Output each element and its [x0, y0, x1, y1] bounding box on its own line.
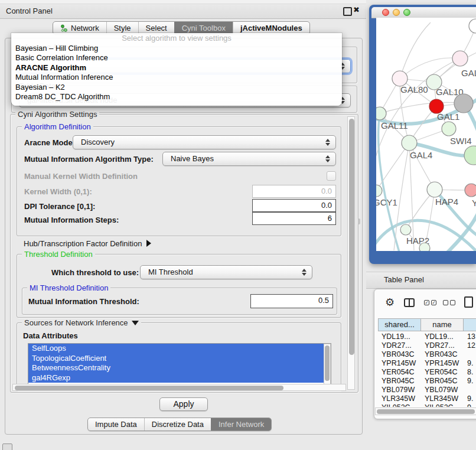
tab-cyni-toolbox[interactable]: Cyni Toolbox [174, 22, 233, 34]
network-node-y[interactable] [465, 184, 476, 197]
which-threshold-combobox[interactable]: MI Threshold [140, 265, 312, 279]
algorithm-option[interactable]: Bayesian – Hill Climbing [11, 44, 342, 53]
table-cell: YDR27... [425, 341, 455, 350]
network-node[interactable] [419, 243, 430, 251]
network-node-hap4[interactable] [427, 182, 442, 197]
data-attribute-item[interactable]: SelfLoops [28, 344, 331, 354]
table-row[interactable]: YPR145WYPR145W9. [378, 359, 476, 368]
algorithm-definition-title: Algorithm Definition [22, 122, 93, 131]
network-node-label[interactable]: Y [472, 198, 476, 208]
mi-algorithm-type-value: Naive Bayes [171, 154, 214, 163]
table-cell: YER054C [382, 368, 415, 377]
data-attribute-item[interactable]: BetweennessCentrality [28, 363, 331, 373]
network-node-label[interactable]: HAP4 [435, 197, 458, 207]
network-node-label[interactable]: GAL11 [381, 120, 408, 131]
network-canvas[interactable]: GALGAL80GAL10GAL1SWI4GAL11GAL4HAP4YGCY1H… [376, 18, 476, 251]
network-node-swi4[interactable] [442, 122, 456, 136]
which-threshold-value: MI Threshold [148, 268, 193, 276]
tab-select[interactable]: Select [138, 22, 174, 34]
tab-network[interactable]: Network [53, 22, 106, 34]
zoom-traffic-light-icon[interactable] [403, 9, 410, 16]
network-node-label[interactable]: SWI4 [450, 136, 472, 146]
network-node-label[interactable]: GAL4 [410, 150, 432, 160]
data-attributes-list[interactable]: SelfLoopsTopologicalCoefficientBetweenne… [28, 343, 331, 386]
kernel-width-field[interactable]: 0.0 [252, 185, 336, 198]
network-node-gcy1[interactable] [376, 185, 382, 197]
close-traffic-light-icon[interactable] [382, 9, 389, 16]
table-row[interactable]: YLR345WYLR345W9. [378, 394, 476, 403]
tab-infer-network[interactable]: Infer Network [211, 418, 271, 431]
aracne-mode-combobox[interactable]: Discovery [73, 135, 336, 149]
panel-divider-handle[interactable] [358, 219, 360, 224]
network-node-gal11[interactable] [376, 107, 386, 120]
algorithm-option[interactable]: Dream8 DC_TDC Algorithm [11, 92, 342, 102]
table-cell: YLR345W [425, 394, 458, 403]
mi-algorithm-type-combobox[interactable]: Naive Bayes [162, 152, 336, 166]
threshold-definition-title: Threshold Definition [22, 250, 95, 259]
table-hscrollbar[interactable] [375, 407, 476, 415]
tab-label: Discretize Data [152, 418, 204, 431]
split-view-icon[interactable] [404, 298, 415, 307]
table-row[interactable]: YBR045CYBR045C9. [378, 377, 476, 386]
network-node-label[interactable]: GAL1 [437, 112, 459, 122]
column-header-shared...[interactable]: shared... [378, 318, 421, 331]
close-icon[interactable]: ✖ [353, 5, 360, 14]
network-node[interactable] [454, 94, 473, 113]
table-row[interactable]: YBL079WYBL079W [378, 386, 476, 394]
table-cell: YIL052C [382, 403, 410, 407]
table-cell: YPR145W [425, 359, 459, 368]
sources-group-label: Sources for Network Inference [24, 318, 128, 327]
mi-steps-field[interactable]: 6 [252, 212, 336, 225]
table-row[interactable]: YDL19...YDL19...13 [378, 332, 476, 341]
table-panel-window: ⚙ ✓✓ shared...name YDL19...YDL19...13YDR… [374, 289, 476, 419]
data-attribute-item[interactable]: TopologicalCoefficient [28, 354, 331, 364]
tab-jactivemnodules[interactable]: jActiveMNodules [233, 22, 309, 34]
dpi-tolerance-field[interactable]: 0.0 [252, 199, 336, 212]
attributes-list-vscrollbar[interactable] [324, 344, 331, 385]
network-node-gal4[interactable] [402, 135, 417, 151]
algorithm-option[interactable]: Mutual Information Inference [11, 73, 342, 82]
tab-label: jActiveMNodules [240, 22, 302, 34]
network-node-label[interactable]: GAL [461, 68, 476, 78]
settings-hscrollbar[interactable] [12, 384, 346, 391]
algorithm-option[interactable]: Bayesian – K2 [11, 83, 342, 92]
network-node-label[interactable]: GCY1 [376, 197, 397, 207]
dpi-tolerance-label: DPI Tolerance [0,1]: [24, 202, 95, 211]
control-panel-titlebar [0, 4, 366, 19]
algorithm-definition-group: Algorithm Definition Aracne Mode: Discov… [17, 126, 341, 236]
manual-kernel-width-checkbox[interactable] [327, 171, 336, 181]
network-node-hap2[interactable] [400, 224, 411, 235]
settings-vscrollbar[interactable] [347, 116, 355, 390]
select-all-checkboxes-icon[interactable]: ✓✓ [424, 300, 439, 307]
new-table-icon[interactable] [464, 296, 473, 308]
sources-group-title[interactable]: Sources for Network Inference [22, 318, 141, 327]
network-node[interactable] [469, 19, 476, 33]
corner-widget-icon[interactable] [2, 444, 12, 450]
gear-icon[interactable]: ⚙ [385, 297, 395, 308]
table-panel-title: Table Panel [384, 275, 424, 284]
clear-checkboxes-icon[interactable] [443, 300, 458, 307]
minimize-traffic-light-icon[interactable] [393, 9, 400, 16]
table-row[interactable]: YBR043CYBR043C [378, 350, 476, 359]
algorithm-option[interactable]: ARACNE Algorithm [11, 63, 342, 73]
table-row[interactable]: YDR27...YDR27...12 [378, 341, 476, 350]
float-window-icon[interactable] [343, 7, 352, 16]
tab-label: Impute Data [95, 418, 137, 431]
column-header-hidden[interactable] [464, 318, 476, 331]
column-header-name[interactable]: name [421, 318, 464, 331]
table-row[interactable]: YIL052CYIL052C9. [378, 403, 476, 407]
tab-style[interactable]: Style [106, 22, 138, 34]
network-node-label[interactable]: GAL80 [400, 84, 428, 94]
network-node[interactable] [464, 146, 476, 165]
hub-tf-definition-toggle[interactable]: Hub/Transcription Factor Definition [24, 239, 151, 248]
table-row[interactable]: YER054CYER054C8. [378, 368, 476, 377]
data-attribute-item[interactable]: gal4RGexp [28, 373, 331, 383]
apply-button[interactable]: Apply [159, 397, 207, 411]
table-cell: YDL19... [425, 332, 454, 341]
tab-impute-data[interactable]: Impute Data [88, 418, 144, 431]
mi-threshold-field[interactable]: 0.5 [250, 294, 333, 308]
network-node-gal[interactable] [452, 51, 468, 66]
table-cell: YIL052C [425, 403, 454, 407]
tab-discretize-data[interactable]: Discretize Data [144, 418, 211, 431]
algorithm-option[interactable]: Basic Correlation Inference [11, 53, 342, 63]
